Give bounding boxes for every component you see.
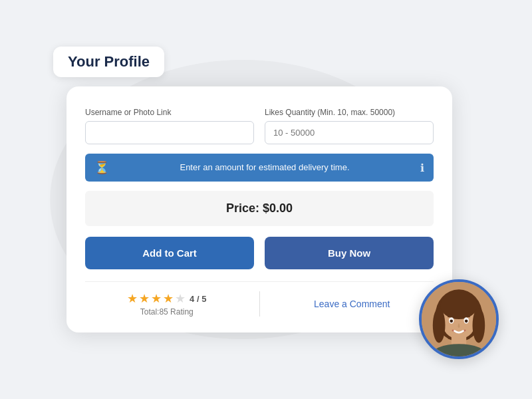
svg-point-10 <box>465 319 468 323</box>
rating-score: 4 / 5 <box>190 294 206 304</box>
main-card: Username or Photo Link Likes Quantity (M… <box>66 86 452 332</box>
notification-text: Enter an amount for estimated delivery t… <box>116 162 414 174</box>
stars-row: ★ ★ ★ ★ ★ 4 / 5 <box>127 291 206 306</box>
buttons-row: Add to Cart Buy Now <box>85 237 434 269</box>
likes-group: Likes Quantity (Min. 10, max. 50000) <box>265 108 434 144</box>
notification-bar: ⏳ Enter an amount for estimated delivery… <box>85 154 434 182</box>
rating-total: Total:85 Rating <box>140 307 194 317</box>
hourglass-icon: ⏳ <box>94 160 109 175</box>
star-3: ★ <box>151 291 162 306</box>
username-label: Username or Photo Link <box>85 108 254 117</box>
add-to-cart-button[interactable]: Add to Cart <box>85 237 254 269</box>
star-2: ★ <box>139 291 150 306</box>
info-icon[interactable]: ℹ <box>420 162 424 174</box>
price-label: Price: $0.00 <box>226 201 293 215</box>
username-group: Username or Photo Link <box>85 108 254 144</box>
profile-badge-label: Your Profile <box>68 53 150 70</box>
page-wrapper: Your Profile Username or Photo Link Like… <box>13 27 519 372</box>
likes-label: Likes Quantity (Min. 10, max. 50000) <box>265 108 434 117</box>
svg-point-6 <box>473 308 485 342</box>
rating-section: ★ ★ ★ ★ ★ 4 / 5 Total:85 Rating <box>85 291 260 317</box>
footer-row: ★ ★ ★ ★ ★ 4 / 5 Total:85 Rating Leave a … <box>85 281 434 317</box>
star-4: ★ <box>163 291 174 306</box>
star-1: ★ <box>127 291 138 306</box>
buy-now-button[interactable]: Buy Now <box>265 237 434 269</box>
svg-point-5 <box>433 308 446 342</box>
leave-comment-link[interactable]: Leave a Comment <box>314 299 390 309</box>
form-row: Username or Photo Link Likes Quantity (M… <box>85 108 434 144</box>
username-input[interactable] <box>85 121 254 144</box>
likes-input[interactable] <box>265 121 434 144</box>
comment-section: Leave a Comment <box>260 299 434 309</box>
avatar <box>419 279 499 359</box>
star-5: ★ <box>175 291 186 306</box>
svg-point-9 <box>450 319 453 323</box>
profile-badge: Your Profile <box>53 47 164 77</box>
svg-point-4 <box>440 292 477 319</box>
price-section: Price: $0.00 <box>85 191 434 226</box>
